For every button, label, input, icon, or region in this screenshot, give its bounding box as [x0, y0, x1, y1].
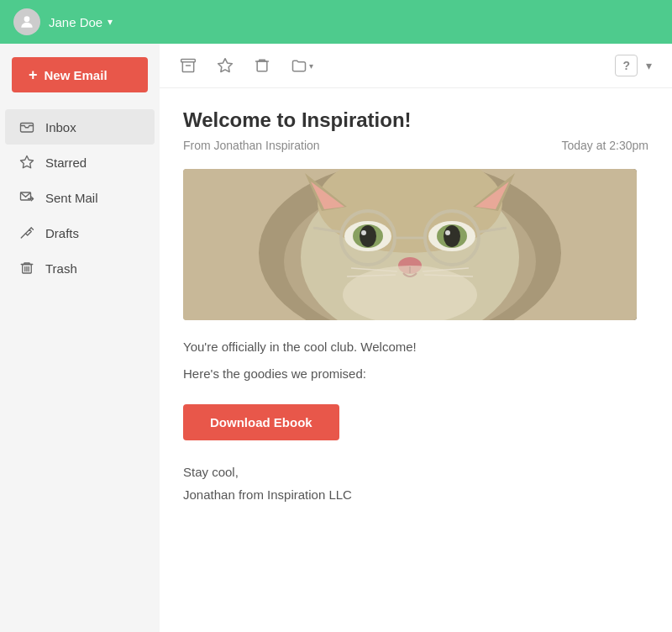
sidebar-item-trash[interactable]: Trash [5, 250, 155, 286]
toolbar-right: ? ▾ [615, 55, 655, 76]
main-layout: + New Email Inbox [0, 44, 672, 632]
user-menu-chevron-icon[interactable]: ▾ [108, 16, 113, 28]
move-email-button[interactable]: ▾ [287, 54, 317, 77]
svg-line-5 [21, 234, 25, 238]
email-body-line2: Here's the goodies we promised: [183, 364, 648, 384]
svg-point-32 [445, 230, 450, 235]
svg-rect-12 [181, 60, 196, 62]
drafts-icon [18, 224, 35, 241]
delete-email-button[interactable] [250, 54, 274, 77]
sent-icon [18, 189, 35, 206]
archive-button[interactable] [176, 54, 200, 77]
toolbar-left: ▾ [176, 54, 317, 77]
svg-point-29 [360, 225, 376, 247]
email-body-line1: You're officially in the cool club. Welc… [183, 337, 648, 357]
email-subject: Welcome to Inspiration! [183, 108, 648, 132]
svg-point-31 [361, 230, 366, 235]
new-email-button[interactable]: + New Email [12, 57, 148, 92]
sidebar-item-trash-label: Trash [45, 261, 77, 276]
top-header: Jane Doe ▾ [0, 0, 672, 44]
user-name-label: Jane Doe [49, 15, 102, 29]
sidebar-item-inbox-label: Inbox [45, 120, 76, 134]
avatar [13, 8, 40, 35]
sidebar-item-starred-label: Starred [45, 155, 87, 170]
email-body: Welcome to Inspiration! From Jonathan In… [160, 88, 672, 526]
sidebar-item-drafts-label: Drafts [45, 226, 79, 240]
svg-point-30 [444, 225, 460, 247]
email-meta: From Jonathan Inspiration Today at 2:30p… [183, 139, 648, 152]
email-from: From Jonathan Inspiration [183, 139, 320, 152]
svg-marker-2 [21, 156, 34, 168]
trash-icon [18, 260, 35, 276]
email-content-panel: ▾ ? ▾ Welcome to Inspiration! From Jonat… [160, 44, 672, 632]
svg-marker-14 [218, 59, 233, 72]
help-icon: ? [622, 59, 630, 72]
toolbar-chevron-icon: ▾ [646, 59, 652, 72]
svg-rect-15 [257, 61, 267, 71]
svg-point-0 [24, 16, 30, 22]
svg-line-7 [31, 228, 33, 229]
inbox-icon [18, 118, 35, 135]
sidebar-item-drafts[interactable]: Drafts [5, 215, 155, 250]
move-chevron-icon: ▾ [309, 61, 313, 71]
download-ebook-button[interactable]: Download Ebook [183, 404, 339, 440]
sidebar-item-inbox[interactable]: Inbox [5, 109, 155, 145]
email-toolbar: ▾ ? ▾ [160, 44, 672, 88]
signature-line2: Jonathan from Inspiration LLC [183, 483, 648, 506]
plus-icon: + [29, 67, 38, 82]
star-email-button[interactable] [213, 54, 237, 77]
email-signature: Stay cool, Jonathan from Inspiration LLC [183, 461, 648, 506]
sidebar-item-starred[interactable]: Starred [5, 145, 155, 180]
sidebar-nav: Inbox Starred [0, 109, 160, 286]
new-email-label: New Email [45, 68, 108, 82]
email-time: Today at 2:30pm [561, 139, 648, 152]
signature-line1: Stay cool, [183, 461, 648, 483]
star-icon [18, 154, 35, 171]
help-button[interactable]: ? [615, 55, 638, 76]
sidebar-item-sent[interactable]: Sent Mail [5, 180, 155, 215]
email-image [183, 169, 637, 320]
sidebar-item-sent-label: Sent Mail [45, 191, 98, 205]
toolbar-more-button[interactable]: ▾ [643, 55, 655, 76]
sidebar: + New Email Inbox [0, 44, 160, 632]
